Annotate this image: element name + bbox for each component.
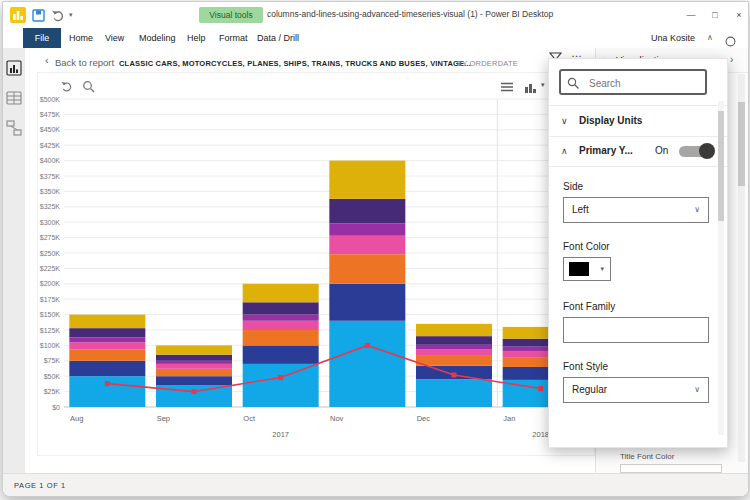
svg-text:Jan: Jan xyxy=(503,414,515,423)
powerbi-window: ▾ Visual tools columns-and-lines-using-a… xyxy=(2,1,749,497)
tab-help[interactable]: Help xyxy=(187,28,206,48)
quick-access-dropdown-icon[interactable]: ▾ xyxy=(69,2,73,28)
svg-text:$500K: $500K xyxy=(40,96,61,103)
toggle-state-label: On xyxy=(655,136,668,166)
close-button[interactable]: × xyxy=(727,2,749,28)
user-name[interactable]: Una Kosite xyxy=(651,28,695,48)
collapse-ribbon-icon[interactable]: ∧ xyxy=(707,28,713,48)
svg-text:$200K: $200K xyxy=(40,280,61,287)
font-color-label: Font Color xyxy=(563,241,610,252)
svg-text:$225K: $225K xyxy=(40,265,61,272)
svg-text:$350K: $350K xyxy=(40,188,61,195)
combo-chart[interactable]: $0$25K$50K$75K$100K$125K$150K$175K$200K$… xyxy=(38,91,594,443)
svg-text:$325K: $325K xyxy=(40,203,61,210)
svg-text:$475K: $475K xyxy=(40,111,61,118)
maximize-button[interactable]: □ xyxy=(703,2,727,28)
title-font-color-control[interactable] xyxy=(620,464,722,473)
svg-text:$25K: $25K xyxy=(44,388,61,395)
font-family-label: Font Family xyxy=(563,301,615,312)
view-sidebar xyxy=(3,48,26,473)
app-icon xyxy=(10,7,26,23)
svg-text:2017: 2017 xyxy=(272,430,289,439)
minimize-button[interactable]: — xyxy=(679,2,703,28)
undo-icon[interactable] xyxy=(51,8,65,21)
save-icon[interactable] xyxy=(32,8,45,21)
side-value: Left xyxy=(572,204,589,215)
visual-title: CLASSIC CARS, MOTORCYCLES, PLANES, SHIPS… xyxy=(119,59,471,68)
desktop-background: ▾ Visual tools columns-and-lines-using-a… xyxy=(0,0,750,500)
visual-tools-badge: Visual tools xyxy=(199,7,263,23)
chevron-up-icon[interactable]: ∧ xyxy=(561,136,568,166)
ribbon-tabs: File Home View Modeling Help Format Data… xyxy=(3,28,748,49)
status-bar: PAGE 1 OF 1 xyxy=(3,473,748,496)
tab-home[interactable]: Home xyxy=(69,28,93,48)
tab-modeling[interactable]: Modeling xyxy=(139,28,176,48)
svg-text:Aug: Aug xyxy=(70,414,83,423)
card-scrollbar-thumb[interactable] xyxy=(718,111,724,221)
window-title: columns-and-lines-using-advanced-timeser… xyxy=(267,9,553,19)
visual-type-dropdown-icon[interactable]: ▾ xyxy=(541,81,545,89)
svg-text:$150K: $150K xyxy=(40,311,61,318)
expand-pane-icon[interactable]: › xyxy=(730,48,733,72)
card-scrollbar[interactable] xyxy=(718,101,724,435)
svg-text:Oct: Oct xyxy=(243,414,256,423)
tab-view[interactable]: View xyxy=(105,28,124,48)
svg-text:Dec: Dec xyxy=(417,414,431,423)
chevron-down-icon: ∨ xyxy=(694,198,700,222)
svg-text:$75K: $75K xyxy=(44,357,61,364)
svg-text:$250K: $250K xyxy=(40,250,61,257)
tab-file[interactable]: File xyxy=(23,28,61,48)
chevron-down-icon: ∨ xyxy=(694,378,700,402)
pane-scrollbar[interactable] xyxy=(738,74,745,462)
font-style-label: Font Style xyxy=(563,361,608,372)
chevron-down-icon[interactable]: ∨ xyxy=(561,106,568,136)
svg-text:$300K: $300K xyxy=(40,219,61,226)
title-bar: ▾ Visual tools columns-and-lines-using-a… xyxy=(3,2,748,28)
svg-text:$125K: $125K xyxy=(40,327,61,334)
report-canvas: ‹ Back to report CLASSIC CARS, MOTORCYCL… xyxy=(25,48,595,473)
side-dropdown[interactable]: Left ∨ xyxy=(563,197,709,223)
svg-text:$0: $0 xyxy=(52,404,60,411)
sidebar-item-data-view[interactable] xyxy=(6,90,22,106)
feedback-icon[interactable] xyxy=(725,33,736,44)
svg-text:Nov: Nov xyxy=(330,414,344,423)
title-font-color-label: Title Font Color xyxy=(620,452,674,461)
svg-text:$450K: $450K xyxy=(40,126,61,133)
back-to-report-link[interactable]: Back to report xyxy=(55,57,114,68)
font-color-swatch xyxy=(569,262,589,276)
svg-text:$400K: $400K xyxy=(40,157,61,164)
primary-y-toggle[interactable] xyxy=(679,146,713,157)
visual-subtitle: BY ORDERDATE xyxy=(457,59,518,68)
back-chevron-icon[interactable]: ‹ xyxy=(45,54,49,66)
pane-scrollbar-thumb[interactable] xyxy=(738,102,745,186)
section-display-units[interactable]: ∨ Display Units xyxy=(549,105,727,137)
sidebar-item-report-view[interactable] xyxy=(6,60,22,76)
search-icon xyxy=(567,76,580,89)
svg-text:$275K: $275K xyxy=(40,234,61,241)
dropdown-caret-icon: ▾ xyxy=(600,258,604,280)
svg-text:$100K: $100K xyxy=(40,342,61,349)
section-primary-y[interactable]: ∧ Primary Y... On xyxy=(549,136,727,167)
font-family-input[interactable] xyxy=(563,317,709,343)
search-box[interactable] xyxy=(559,69,707,95)
display-units-label: Display Units xyxy=(579,106,642,136)
side-label: Side xyxy=(563,181,583,192)
svg-text:$175K: $175K xyxy=(40,296,61,303)
page-indicator: PAGE 1 OF 1 xyxy=(14,481,66,490)
font-style-value: Regular xyxy=(572,384,607,395)
toggle-knob[interactable] xyxy=(699,143,715,159)
search-input[interactable] xyxy=(587,73,701,93)
font-color-picker[interactable]: ▾ xyxy=(563,257,611,281)
combo-chart-visual[interactable]: ▾ $0$25K$50K$75K$100K$125K$150K$175K$200… xyxy=(37,72,595,456)
font-style-dropdown[interactable]: Regular ∨ xyxy=(563,377,709,403)
tab-data-drill[interactable]: Data / Drill xyxy=(257,28,299,48)
svg-text:$375K: $375K xyxy=(40,173,61,180)
sidebar-item-model-view[interactable] xyxy=(6,120,22,136)
format-card: ∨ Display Units ∧ Primary Y... On Side L… xyxy=(548,58,728,448)
svg-text:$425K: $425K xyxy=(40,142,61,149)
svg-text:2018: 2018 xyxy=(532,430,549,439)
svg-text:$50K: $50K xyxy=(44,373,61,380)
primary-y-label: Primary Y... xyxy=(579,136,633,166)
tab-format[interactable]: Format xyxy=(219,28,248,48)
svg-text:Sep: Sep xyxy=(157,414,170,423)
